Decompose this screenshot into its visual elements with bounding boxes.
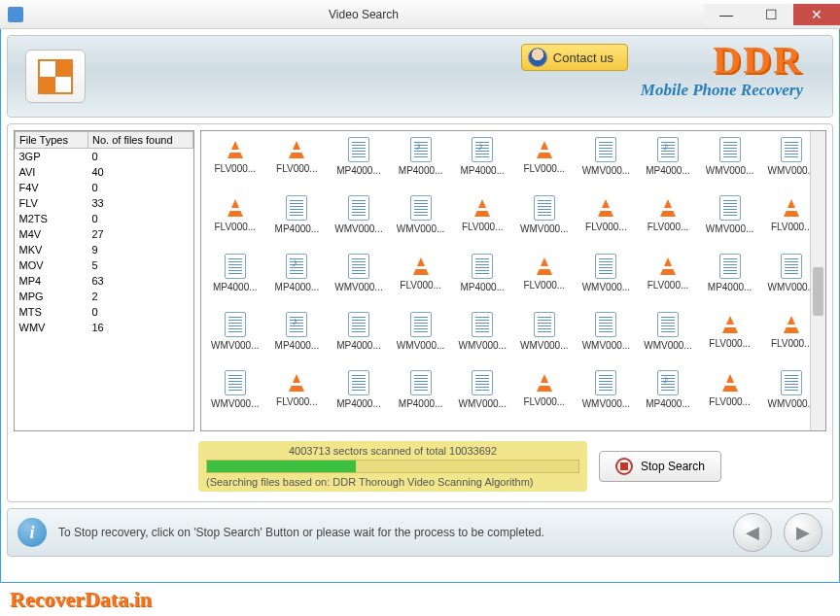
- file-item[interactable]: MP4000...: [452, 254, 512, 310]
- vlc-cone-icon: [718, 370, 742, 394]
- file-item[interactable]: FLV000...: [205, 195, 265, 252]
- file-item[interactable]: WMV000...: [452, 370, 512, 427]
- file-item[interactable]: FLV000...: [391, 254, 451, 310]
- file-item[interactable]: MP4000...: [638, 137, 698, 193]
- col-files-found[interactable]: No. of files found: [88, 132, 193, 149]
- table-row[interactable]: 3GP0: [16, 149, 193, 165]
- count-cell: 0: [88, 149, 193, 165]
- table-row[interactable]: FLV33: [16, 195, 193, 211]
- file-label: WMV000...: [520, 340, 568, 351]
- file-item[interactable]: WMV000...: [452, 312, 512, 368]
- header-panel: Contact us DDR Mobile Phone Recovery: [7, 35, 833, 118]
- scrollbar-thumb[interactable]: [813, 267, 823, 316]
- table-row[interactable]: WMV16: [16, 320, 193, 335]
- file-item[interactable]: FLV000...: [205, 137, 265, 193]
- file-item[interactable]: WMV000...: [514, 312, 575, 368]
- file-item[interactable]: MP4000...: [329, 137, 389, 193]
- next-button[interactable]: ▶: [784, 513, 822, 552]
- file-item[interactable]: WMV000...: [205, 312, 265, 368]
- file-item[interactable]: WMV000...: [700, 195, 760, 252]
- table-row[interactable]: M4V27: [16, 226, 193, 242]
- col-file-types[interactable]: File Types: [16, 132, 88, 149]
- file-label: MP4000...: [275, 340, 320, 351]
- file-item[interactable]: MP4000...: [267, 195, 328, 252]
- file-item[interactable]: MP4000...: [267, 312, 328, 368]
- count-cell: 63: [88, 273, 193, 289]
- file-item[interactable]: WMV000...: [577, 137, 637, 193]
- file-item[interactable]: MP4000...: [329, 370, 389, 427]
- document-file-icon: [595, 137, 616, 162]
- file-item[interactable]: MP4000...: [329, 312, 389, 368]
- document-file-icon: [781, 370, 802, 395]
- file-item[interactable]: WMV000...: [391, 312, 451, 368]
- file-item[interactable]: FLV000...: [267, 137, 328, 193]
- file-item[interactable]: MP4000...: [391, 370, 451, 427]
- file-label: FLV000...: [523, 280, 565, 291]
- document-file-icon: [348, 370, 369, 395]
- watermark: RecoverData.in: [10, 587, 152, 612]
- file-item[interactable]: FLV000...: [638, 254, 698, 310]
- file-item[interactable]: MP4000...: [700, 254, 760, 310]
- file-item[interactable]: FLV000...: [577, 195, 637, 252]
- file-item[interactable]: WMV000...: [514, 195, 575, 252]
- file-item[interactable]: MP4000...: [391, 137, 451, 193]
- minimize-button[interactable]: —: [704, 4, 749, 25]
- close-button[interactable]: ✕: [793, 4, 840, 25]
- titlebar: Video Search — ☐ ✕: [0, 0, 840, 29]
- file-item[interactable]: WMV000...: [329, 254, 389, 310]
- scrollbar[interactable]: [810, 131, 825, 430]
- file-item[interactable]: WMV000...: [329, 195, 389, 252]
- file-item[interactable]: FLV000...: [514, 370, 575, 427]
- table-row[interactable]: M2TS0: [16, 211, 193, 226]
- prev-button[interactable]: ◀: [733, 513, 772, 552]
- stop-search-button[interactable]: Stop Search: [599, 451, 721, 482]
- document-file-icon: [225, 370, 246, 395]
- table-row[interactable]: MOV5: [16, 257, 193, 273]
- file-item[interactable]: FLV000...: [267, 370, 328, 427]
- filetype-table[interactable]: File Types No. of files found 3GP0AVI40F…: [14, 130, 194, 431]
- file-item[interactable]: FLV000...: [700, 370, 760, 427]
- file-item[interactable]: WMV000...: [638, 312, 698, 368]
- file-item[interactable]: MP4000...: [267, 254, 328, 310]
- file-item[interactable]: WMV000...: [577, 370, 637, 427]
- maximize-button[interactable]: ☐: [749, 4, 793, 25]
- file-item[interactable]: WMV000...: [700, 137, 760, 193]
- table-row[interactable]: AVI40: [16, 164, 193, 180]
- file-item[interactable]: WMV000...: [577, 254, 637, 310]
- media-file-icon: [286, 312, 307, 337]
- count-cell: 33: [88, 195, 193, 211]
- file-item[interactable]: MP4000...: [452, 137, 512, 193]
- file-item[interactable]: FLV000...: [514, 254, 575, 310]
- file-label: MP4000...: [213, 282, 258, 292]
- progress-text: 4003713 sectors scanned of total 1003369…: [206, 445, 579, 457]
- file-item[interactable]: MP4000...: [638, 370, 698, 427]
- document-file-icon: [348, 137, 369, 162]
- file-label: WMV000...: [211, 398, 259, 409]
- table-row[interactable]: MP463: [16, 273, 193, 289]
- vlc-cone-icon: [533, 370, 556, 394]
- table-row[interactable]: MKV9: [16, 242, 193, 257]
- table-row[interactable]: F4V0: [16, 180, 193, 195]
- table-row[interactable]: MTS0: [16, 304, 193, 320]
- file-label: FLV000...: [523, 163, 565, 174]
- table-row[interactable]: MPG2: [16, 289, 193, 304]
- file-grid[interactable]: FLV000...FLV000...MP4000...MP4000...MP40…: [200, 130, 826, 431]
- app-logo-icon: [38, 59, 73, 94]
- progress-box: 4003713 sectors scanned of total 1003369…: [198, 441, 587, 492]
- document-file-icon: [534, 312, 555, 337]
- file-item[interactable]: FLV000...: [452, 195, 512, 252]
- file-item[interactable]: WMV000...: [391, 195, 451, 252]
- file-item[interactable]: MP4000...: [205, 254, 265, 310]
- file-item[interactable]: FLV000...: [638, 195, 698, 252]
- file-label: WMV000...: [767, 398, 815, 409]
- count-cell: 0: [88, 211, 193, 226]
- contact-us-button[interactable]: Contact us: [521, 44, 628, 71]
- file-item[interactable]: WMV000...: [205, 370, 265, 427]
- stop-icon: [615, 458, 633, 475]
- file-label: FLV000...: [709, 396, 751, 407]
- file-item[interactable]: FLV000...: [514, 137, 575, 193]
- file-item[interactable]: FLV000...: [700, 312, 760, 368]
- count-cell: 9: [88, 242, 193, 257]
- file-item[interactable]: WMV000...: [577, 312, 637, 368]
- count-cell: 2: [88, 289, 193, 304]
